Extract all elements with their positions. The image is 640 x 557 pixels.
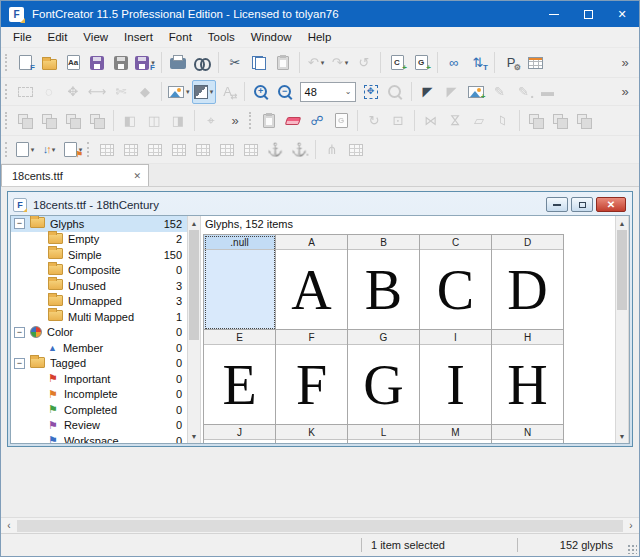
skew-vertical-button[interactable]: ▱	[491, 109, 515, 133]
menu-item-insert[interactable]: Insert	[116, 29, 161, 45]
bring-forward-button[interactable]	[61, 109, 85, 133]
paste-button[interactable]	[271, 51, 295, 75]
glyph-cell-F[interactable]: FF	[276, 330, 348, 425]
measure-button[interactable]: ⟷	[85, 80, 109, 104]
minimize-button[interactable]	[537, 1, 571, 27]
center-glyph-button[interactable]: ⌖	[199, 109, 223, 133]
mdi-horizontal-scrollbar[interactable]: ‹ ›	[1, 517, 639, 533]
glyph-cell-J[interactable]: JJ	[204, 425, 276, 443]
contour-mode-button[interactable]: ◤	[416, 80, 440, 104]
glyph-grid-scrollbar[interactable]: ▲ ▼	[615, 216, 629, 443]
glyph-scrollbar-track[interactable]	[616, 230, 628, 429]
zoom-level-combo[interactable]: 48⌄	[300, 82, 356, 102]
tree-scrollbar-track[interactable]	[188, 230, 200, 429]
knife-button[interactable]: ✄	[109, 80, 133, 104]
tree-item-unmapped[interactable]: Unmapped3	[11, 294, 187, 310]
tree-expander-icon[interactable]: −	[14, 218, 25, 229]
tree-item-workspace[interactable]: ⚑Workspace0	[11, 433, 187, 443]
tree-expander-icon[interactable]: −	[14, 327, 25, 338]
tree-item-member[interactable]: ▲Member0	[11, 340, 187, 356]
metrics-grid-6-button[interactable]	[215, 138, 239, 162]
metrics-grid-7-button[interactable]	[239, 138, 263, 162]
scroll-up-icon[interactable]: ▲	[188, 216, 200, 230]
glyph-cell-N[interactable]: NN	[492, 425, 564, 443]
document-window-title-bar[interactable]: F 18cents.ttf - 18thCentury ✕	[10, 194, 630, 215]
tree-item-incomplete[interactable]: ⚑Incomplete0	[11, 387, 187, 403]
glyph-cell-A[interactable]: AA	[276, 235, 348, 330]
scroll-left-icon[interactable]: ‹	[1, 518, 17, 534]
tab-18cents-ttf[interactable]: 18cents.ttf ✕	[1, 164, 149, 186]
tree-item-composite[interactable]: Composite0	[11, 263, 187, 279]
find-button[interactable]	[190, 51, 214, 75]
rotate-button[interactable]: ↻	[362, 109, 386, 133]
resize-grip[interactable]	[627, 544, 637, 554]
glyph-cell-M[interactable]: MM	[420, 425, 492, 443]
tree-item-multi-mapped[interactable]: Multi Mapped1	[11, 309, 187, 325]
tree-item-tagged[interactable]: −Tagged0	[11, 356, 187, 372]
show-background-image-dropdown-icon[interactable]: ▾	[186, 88, 190, 96]
bring-to-front-button[interactable]	[13, 109, 37, 133]
tree-item-color[interactable]: −Color0	[11, 325, 187, 341]
glyph-cell-C[interactable]: CC	[420, 235, 492, 330]
cut-button[interactable]: ✂	[223, 51, 247, 75]
metrics-grid-3-button[interactable]	[143, 138, 167, 162]
preview-button[interactable]: ▬	[536, 80, 560, 104]
redo-button[interactable]: ↷▾	[328, 51, 352, 75]
revert-button[interactable]: ↺	[352, 51, 376, 75]
glyph-tag-button[interactable]: G	[329, 109, 353, 133]
complete-composites-button[interactable]: ∞	[442, 51, 466, 75]
show-background-image-button[interactable]: ▾	[166, 80, 192, 104]
sort-glyphs-button[interactable]: ▾	[37, 138, 61, 162]
metrics-grid-2-button[interactable]	[119, 138, 143, 162]
scroll-down-icon[interactable]: ▼	[188, 429, 200, 443]
glyph-window-button[interactable]: ▾	[13, 138, 37, 162]
fill-contours-button[interactable]: ◆	[133, 80, 157, 104]
metrics-grid-1-button[interactable]	[95, 138, 119, 162]
copy-button[interactable]	[247, 51, 271, 75]
overflow-row2-button[interactable]: »	[613, 80, 637, 104]
draw-contour-button[interactable]: ✎	[488, 80, 512, 104]
glyph-cell-B[interactable]: BB	[348, 235, 420, 330]
document-minimize-button[interactable]	[546, 197, 568, 212]
menu-item-tools[interactable]: Tools	[200, 29, 243, 45]
font-properties-button[interactable]: P⚙	[499, 51, 523, 75]
glyph-cell-L[interactable]: LL	[348, 425, 420, 443]
undo-button[interactable]: ↶▾	[304, 51, 328, 75]
document-close-button[interactable]: ✕	[596, 197, 626, 212]
print-button[interactable]	[166, 51, 190, 75]
add-glyphs-button[interactable]: G+	[409, 51, 433, 75]
scroll-right-icon[interactable]: ›	[623, 518, 639, 534]
document-window[interactable]: F 18cents.ttf - 18thCentury ✕ −Glyphs152…	[7, 191, 633, 447]
tree-scrollbar-thumb[interactable]	[189, 230, 199, 340]
send-to-back-button[interactable]	[37, 109, 61, 133]
point-mode-button[interactable]: ◤	[440, 80, 464, 104]
opentype-designer-button[interactable]: ⋔	[320, 138, 344, 162]
combo-dropdown-icon[interactable]: ⌄	[345, 87, 355, 96]
sort-glyphs-dropdown-icon[interactable]: ▾	[52, 146, 56, 154]
anchor-button[interactable]: ⚓	[263, 138, 287, 162]
glyph-scrollbar-thumb[interactable]	[617, 230, 627, 310]
eraser-button[interactable]	[281, 109, 305, 133]
save-as-button[interactable]: F▾	[133, 51, 157, 75]
select-rectangle-button[interactable]	[13, 80, 37, 104]
scroll-down-icon[interactable]: ▼	[616, 429, 628, 443]
glyph-cell-H[interactable]: HH	[492, 330, 564, 425]
send-backward-button[interactable]	[85, 109, 109, 133]
pan-button[interactable]: ✥	[61, 80, 85, 104]
document-restore-button[interactable]	[571, 197, 593, 212]
tree-item-completed[interactable]: ⚑Completed0	[11, 402, 187, 418]
scroll-up-icon[interactable]: ▲	[616, 216, 628, 230]
menu-item-edit[interactable]: Edit	[40, 29, 76, 45]
menu-item-font[interactable]: Font	[161, 29, 200, 45]
title-bar[interactable]: F FontCreator 11.5 Professional Edition …	[1, 1, 639, 27]
tree-item-empty[interactable]: Empty2	[11, 232, 187, 248]
align-center-button[interactable]: ◫	[142, 109, 166, 133]
glyph-cell-D[interactable]: DD	[492, 235, 564, 330]
zoom-in-button[interactable]: +	[249, 80, 273, 104]
save-font-button[interactable]	[85, 51, 109, 75]
tree-item-simple[interactable]: Simple150	[11, 247, 187, 263]
exclude-contours-button[interactable]	[572, 109, 596, 133]
glyph-cell-I[interactable]: II	[420, 330, 492, 425]
insert-image-button[interactable]: +	[464, 80, 488, 104]
fill-mode-button[interactable]: ▾	[192, 80, 216, 104]
